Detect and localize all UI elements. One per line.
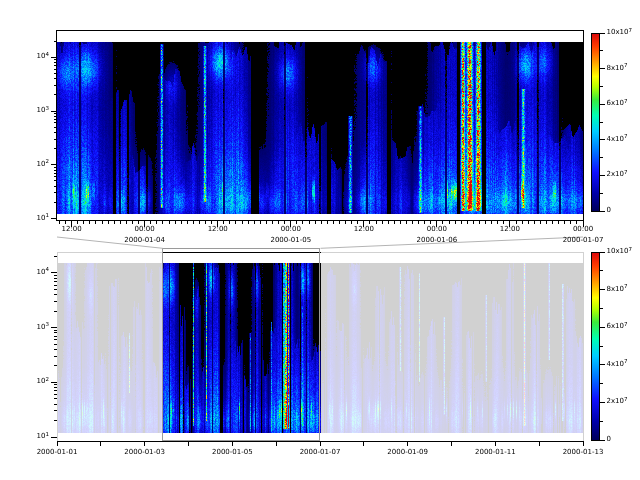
detail-x-minor-tick (229, 221, 230, 224)
time-tick-label: 00:00 (135, 225, 155, 234)
detail-x-minor-tick (284, 221, 285, 224)
detail-x-minor-tick (132, 221, 133, 224)
y-minor-tick (54, 85, 57, 86)
colorbar-tick-label-base: 6x10 (607, 322, 625, 330)
detail-x-minor-tick (357, 221, 358, 224)
colorbar-tick-label-exp: 7 (624, 133, 628, 139)
y-minor-tick (54, 332, 57, 333)
time-tick-label: 00:00 (281, 225, 301, 234)
overview-colorbar-major-tick (600, 440, 605, 441)
overview-x-day-tick (320, 442, 321, 447)
colorbar-tick-label-base: 0 (607, 435, 611, 443)
y-minor-tick (54, 390, 57, 391)
detail-x-minor-tick (394, 221, 395, 224)
y-tick-label: 101 (22, 432, 49, 441)
detail-x-minor-tick (296, 221, 297, 224)
y-minor-tick (54, 65, 57, 66)
detail-x-minor-tick (467, 221, 468, 224)
overview-x-day-tick (232, 442, 233, 447)
date-tick-label: 2000-01-07 (563, 236, 604, 245)
colorbar-tick-label-exp: 7 (624, 169, 628, 175)
overview-x-day-tick (144, 442, 145, 447)
overview-colorbar-minor-tick (600, 421, 603, 422)
y-tick-label: 103 (22, 106, 49, 115)
y-minor-tick (54, 365, 57, 366)
y-minor-tick (54, 41, 57, 42)
y-minor-tick (54, 119, 57, 120)
y-minor-tick (54, 132, 57, 133)
colorbar-tick-label-base: 10x10 (607, 247, 629, 255)
y-tick-label-base: 10 (37, 106, 46, 114)
colorbar-tick-label-base: 2x10 (607, 397, 625, 405)
y-tick-label: 103 (22, 323, 49, 332)
overview-x-day-tick (407, 442, 408, 447)
y-minor-tick (54, 278, 57, 279)
detail-x-minor-tick (205, 221, 206, 224)
detail-x-minor-tick (570, 221, 571, 224)
overview-colorbar-major-tick (600, 402, 605, 403)
detail-x-minor-tick (376, 221, 377, 224)
y-minor-tick (54, 62, 57, 63)
detail-x-minor-tick (199, 221, 200, 224)
y-minor-tick (54, 113, 57, 114)
detail-x-minor-tick (516, 221, 517, 224)
detail-x-minor-tick (169, 221, 170, 224)
y-minor-tick (54, 330, 57, 331)
detail-colorbar-major-tick (600, 68, 605, 69)
colorbar-tick-label-base: 10x10 (607, 28, 629, 36)
detail-colorbar-major-tick (600, 139, 605, 140)
detail-heatmap-canvas[interactable] (57, 42, 583, 214)
date-tick-label: 2000-01-05 (212, 448, 253, 457)
detail-x-minor-tick (491, 221, 492, 224)
y-tick-label-base: 10 (37, 160, 46, 168)
date-tick-label: 2000-01-09 (387, 448, 428, 457)
colorbar-tick-label-base: 2x10 (607, 170, 625, 178)
y-minor-tick (54, 410, 57, 411)
detail-colorbar-minor-tick (600, 50, 603, 51)
detail-x-minor-tick (162, 221, 163, 224)
detail-colorbar-major-tick (600, 211, 605, 212)
y-major-tick (51, 272, 57, 273)
y-minor-tick (54, 349, 57, 350)
y-tick-label-exp: 2 (46, 158, 50, 164)
detail-x-minor-tick (138, 221, 139, 224)
detail-x-minor-tick (546, 221, 547, 224)
y-minor-tick (54, 73, 57, 74)
detail-x-minor-tick (235, 221, 236, 224)
y-minor-tick (54, 122, 57, 123)
y-minor-tick (54, 384, 57, 385)
detail-x-minor-tick (388, 221, 389, 224)
colorbar-tick-label-base: 4x10 (607, 135, 625, 143)
y-minor-tick (54, 289, 57, 290)
detail-x-minor-tick (272, 221, 273, 224)
colorbar-tick-label-exp: 7 (624, 396, 628, 402)
y-tick-label-exp: 1 (46, 212, 50, 218)
overview-x-day-tick (57, 442, 58, 447)
y-minor-tick (54, 339, 57, 340)
colorbar-tick-label-exp: 7 (628, 27, 632, 33)
colorbar-gradient (592, 253, 599, 441)
y-minor-tick (54, 78, 57, 79)
y-minor-tick (54, 301, 57, 302)
y-tick-label: 104 (22, 52, 49, 61)
overview-colorbar (591, 252, 600, 442)
colorbar-tick-label: 4x107 (607, 135, 628, 144)
y-minor-tick (54, 281, 57, 282)
detail-x-minor-tick (114, 221, 115, 224)
detail-colorbar-minor-tick (600, 122, 603, 123)
y-tick-label-exp: 1 (46, 431, 50, 437)
y-minor-tick (54, 336, 57, 337)
date-tick-label: 2000-01-07 (300, 448, 341, 457)
time-tick-label: 00:00 (427, 225, 447, 234)
detail-x-minor-tick (77, 221, 78, 224)
detail-x-minor-tick (65, 221, 66, 224)
y-tick-label-base: 10 (37, 52, 46, 60)
detail-x-minor-tick (302, 221, 303, 224)
detail-x-minor-tick (369, 221, 370, 224)
colorbar-tick-label-exp: 7 (624, 62, 628, 68)
detail-x-minor-tick (418, 221, 419, 224)
detail-x-minor-tick (461, 221, 462, 224)
y-tick-label-base: 10 (37, 214, 46, 222)
zoom-selection-box[interactable] (162, 248, 320, 441)
overview-x-day-tick (451, 442, 452, 447)
